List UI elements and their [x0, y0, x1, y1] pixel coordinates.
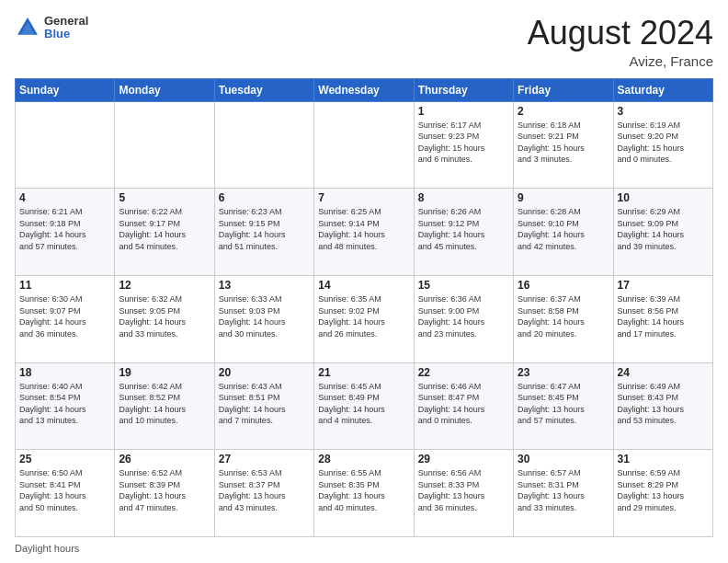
- day-info: Sunrise: 6:32 AM Sunset: 9:05 PM Dayligh…: [119, 293, 210, 339]
- day-number: 27: [219, 453, 310, 465]
- day-info: Sunrise: 6:22 AM Sunset: 9:17 PM Dayligh…: [119, 206, 210, 252]
- calendar-week-row: 4Sunrise: 6:21 AM Sunset: 9:18 PM Daylig…: [16, 189, 713, 276]
- calendar-cell: 9Sunrise: 6:28 AM Sunset: 9:10 PM Daylig…: [514, 189, 613, 276]
- page: General Blue August 2024 Avize, France S…: [0, 0, 728, 563]
- main-title: August 2024: [528, 15, 713, 52]
- calendar-cell: 15Sunrise: 6:36 AM Sunset: 9:00 PM Dayli…: [414, 275, 513, 362]
- day-info: Sunrise: 6:33 AM Sunset: 9:03 PM Dayligh…: [219, 293, 310, 339]
- calendar-cell: 10Sunrise: 6:29 AM Sunset: 9:09 PM Dayli…: [613, 189, 712, 276]
- day-number: 24: [618, 366, 709, 379]
- day-number: 25: [19, 453, 110, 465]
- calendar-cell: 22Sunrise: 6:46 AM Sunset: 8:47 PM Dayli…: [414, 362, 513, 450]
- calendar-cell: 30Sunrise: 6:57 AM Sunset: 8:31 PM Dayli…: [514, 450, 613, 537]
- calendar-week-row: 18Sunrise: 6:40 AM Sunset: 8:54 PM Dayli…: [16, 362, 713, 450]
- day-number: 5: [119, 191, 210, 204]
- calendar-header-row: SundayMondayTuesdayWednesdayThursdayFrid…: [16, 78, 713, 101]
- calendar-cell: 18Sunrise: 6:40 AM Sunset: 8:54 PM Dayli…: [16, 362, 115, 450]
- calendar-cell: 3Sunrise: 6:19 AM Sunset: 9:20 PM Daylig…: [613, 101, 712, 189]
- day-info: Sunrise: 6:59 AM Sunset: 8:29 PM Dayligh…: [618, 467, 709, 513]
- calendar-cell: 12Sunrise: 6:32 AM Sunset: 9:05 PM Dayli…: [115, 275, 214, 362]
- daylight-label: Daylight hours: [15, 543, 79, 554]
- day-number: 26: [119, 453, 210, 465]
- calendar-cell: 31Sunrise: 6:59 AM Sunset: 8:29 PM Dayli…: [613, 450, 712, 537]
- day-info: Sunrise: 6:40 AM Sunset: 8:54 PM Dayligh…: [19, 381, 110, 427]
- day-info: Sunrise: 6:46 AM Sunset: 8:47 PM Dayligh…: [418, 381, 509, 427]
- day-info: Sunrise: 6:28 AM Sunset: 9:10 PM Dayligh…: [518, 206, 609, 252]
- day-number: 14: [318, 279, 409, 292]
- calendar-cell: 21Sunrise: 6:45 AM Sunset: 8:49 PM Dayli…: [314, 362, 414, 450]
- calendar-day-header: Thursday: [414, 78, 513, 101]
- calendar-day-header: Monday: [115, 78, 214, 101]
- calendar-cell: 28Sunrise: 6:55 AM Sunset: 8:35 PM Dayli…: [314, 450, 414, 537]
- calendar-cell: 5Sunrise: 6:22 AM Sunset: 9:17 PM Daylig…: [115, 189, 214, 276]
- day-info: Sunrise: 6:56 AM Sunset: 8:33 PM Dayligh…: [418, 467, 509, 513]
- day-number: 11: [19, 279, 110, 292]
- day-number: 15: [418, 279, 509, 292]
- day-info: Sunrise: 6:30 AM Sunset: 9:07 PM Dayligh…: [19, 293, 110, 339]
- day-number: 4: [19, 191, 110, 204]
- day-info: Sunrise: 6:17 AM Sunset: 9:23 PM Dayligh…: [418, 120, 509, 166]
- subtitle: Avize, France: [528, 53, 713, 69]
- logo-icon: [15, 15, 40, 40]
- calendar-cell: 4Sunrise: 6:21 AM Sunset: 9:18 PM Daylig…: [16, 189, 115, 276]
- calendar-cell: [214, 101, 313, 189]
- calendar-week-row: 1Sunrise: 6:17 AM Sunset: 9:23 PM Daylig…: [16, 101, 713, 189]
- day-number: 17: [618, 279, 709, 292]
- day-number: 31: [618, 453, 709, 465]
- day-number: 7: [318, 191, 409, 204]
- day-info: Sunrise: 6:37 AM Sunset: 8:58 PM Dayligh…: [518, 293, 609, 339]
- day-info: Sunrise: 6:47 AM Sunset: 8:45 PM Dayligh…: [518, 381, 609, 427]
- calendar-day-header: Friday: [514, 78, 613, 101]
- day-number: 22: [418, 366, 509, 379]
- title-block: August 2024 Avize, France: [528, 15, 713, 69]
- calendar-cell: 23Sunrise: 6:47 AM Sunset: 8:45 PM Dayli…: [514, 362, 613, 450]
- day-number: 16: [518, 279, 609, 292]
- day-info: Sunrise: 6:53 AM Sunset: 8:37 PM Dayligh…: [219, 467, 310, 513]
- day-info: Sunrise: 6:45 AM Sunset: 8:49 PM Dayligh…: [318, 381, 409, 427]
- calendar-cell: 7Sunrise: 6:25 AM Sunset: 9:14 PM Daylig…: [314, 189, 414, 276]
- day-number: 2: [518, 105, 609, 118]
- day-info: Sunrise: 6:36 AM Sunset: 9:00 PM Dayligh…: [418, 293, 509, 339]
- day-info: Sunrise: 6:52 AM Sunset: 8:39 PM Dayligh…: [119, 467, 210, 513]
- day-number: 29: [418, 453, 509, 465]
- calendar-week-row: 11Sunrise: 6:30 AM Sunset: 9:07 PM Dayli…: [16, 275, 713, 362]
- calendar-cell: 13Sunrise: 6:33 AM Sunset: 9:03 PM Dayli…: [214, 275, 313, 362]
- day-number: 18: [19, 366, 110, 379]
- footer: Daylight hours: [15, 543, 713, 554]
- day-info: Sunrise: 6:49 AM Sunset: 8:43 PM Dayligh…: [618, 381, 709, 427]
- day-number: 21: [318, 366, 409, 379]
- calendar-cell: 25Sunrise: 6:50 AM Sunset: 8:41 PM Dayli…: [16, 450, 115, 537]
- day-number: 20: [219, 366, 310, 379]
- calendar-day-header: Saturday: [613, 78, 712, 101]
- day-number: 30: [518, 453, 609, 465]
- logo-text: General Blue: [44, 15, 88, 41]
- day-number: 10: [618, 191, 709, 204]
- calendar-cell: 8Sunrise: 6:26 AM Sunset: 9:12 PM Daylig…: [414, 189, 513, 276]
- day-number: 23: [518, 366, 609, 379]
- day-info: Sunrise: 6:25 AM Sunset: 9:14 PM Dayligh…: [318, 206, 409, 252]
- calendar-cell: 24Sunrise: 6:49 AM Sunset: 8:43 PM Dayli…: [613, 362, 712, 450]
- calendar-cell: 20Sunrise: 6:43 AM Sunset: 8:51 PM Dayli…: [214, 362, 313, 450]
- calendar-week-row: 25Sunrise: 6:50 AM Sunset: 8:41 PM Dayli…: [16, 450, 713, 537]
- calendar-cell: 11Sunrise: 6:30 AM Sunset: 9:07 PM Dayli…: [16, 275, 115, 362]
- day-info: Sunrise: 6:29 AM Sunset: 9:09 PM Dayligh…: [618, 206, 709, 252]
- day-info: Sunrise: 6:43 AM Sunset: 8:51 PM Dayligh…: [219, 381, 310, 427]
- day-number: 12: [119, 279, 210, 292]
- day-info: Sunrise: 6:19 AM Sunset: 9:20 PM Dayligh…: [618, 120, 709, 166]
- calendar-cell: 6Sunrise: 6:23 AM Sunset: 9:15 PM Daylig…: [214, 189, 313, 276]
- day-info: Sunrise: 6:42 AM Sunset: 8:52 PM Dayligh…: [119, 381, 210, 427]
- calendar-cell: 27Sunrise: 6:53 AM Sunset: 8:37 PM Dayli…: [214, 450, 313, 537]
- logo-blue-text: Blue: [44, 28, 88, 40]
- day-info: Sunrise: 6:23 AM Sunset: 9:15 PM Dayligh…: [219, 206, 310, 252]
- calendar-cell: 1Sunrise: 6:17 AM Sunset: 9:23 PM Daylig…: [414, 101, 513, 189]
- calendar-day-header: Tuesday: [214, 78, 313, 101]
- calendar-cell: 26Sunrise: 6:52 AM Sunset: 8:39 PM Dayli…: [115, 450, 214, 537]
- calendar-day-header: Sunday: [16, 78, 115, 101]
- logo-general-text: General: [44, 15, 88, 28]
- day-number: 28: [318, 453, 409, 465]
- day-number: 6: [219, 191, 310, 204]
- calendar-cell: 2Sunrise: 6:18 AM Sunset: 9:21 PM Daylig…: [514, 101, 613, 189]
- calendar-cell: 16Sunrise: 6:37 AM Sunset: 8:58 PM Dayli…: [514, 275, 613, 362]
- calendar-cell: 29Sunrise: 6:56 AM Sunset: 8:33 PM Dayli…: [414, 450, 513, 537]
- day-info: Sunrise: 6:35 AM Sunset: 9:02 PM Dayligh…: [318, 293, 409, 339]
